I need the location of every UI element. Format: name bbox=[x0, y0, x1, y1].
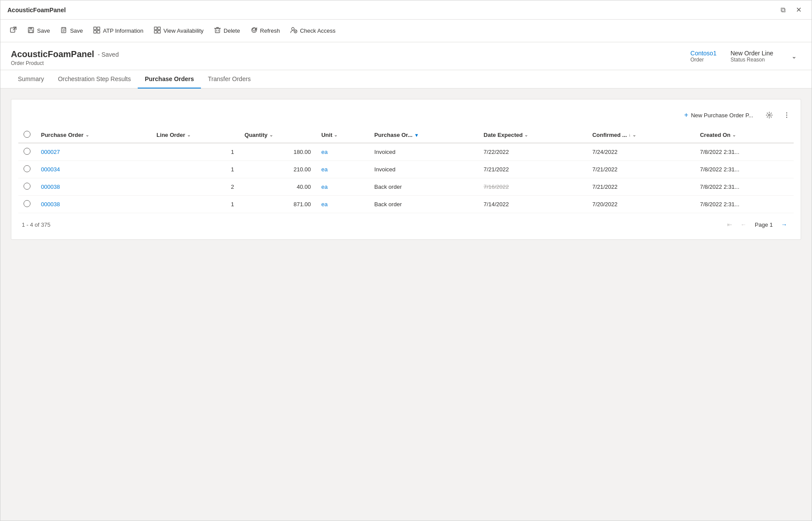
row-checkbox-cell[interactable] bbox=[18, 178, 36, 196]
prev-page-button[interactable]: ← bbox=[737, 218, 750, 231]
unit-cell: ea bbox=[316, 178, 369, 196]
tab-transfer-orders[interactable]: Transfer Orders bbox=[201, 70, 258, 89]
record-title: AcousticFoamPanel bbox=[11, 49, 94, 59]
col-confirmed[interactable]: Confirmed ... ↓ ⌄ bbox=[587, 127, 695, 143]
grid-toolbar: + New Purchase Order P... bbox=[18, 106, 794, 127]
check-access-button[interactable]: Check Access bbox=[286, 24, 340, 37]
purchase-order-cell[interactable]: 000038 bbox=[36, 178, 151, 196]
tab-orchestration[interactable]: Orchestration Step Results bbox=[51, 70, 138, 89]
svg-rect-8 bbox=[97, 31, 100, 33]
purchase-order-link[interactable]: 000034 bbox=[41, 166, 60, 173]
atp-info-label: ATP Information bbox=[103, 27, 143, 34]
purchase-order-cell[interactable]: 000027 bbox=[36, 143, 151, 161]
date-expected-sort-icon: ⌄ bbox=[524, 133, 528, 137]
purchase-order-link[interactable]: 000038 bbox=[41, 184, 60, 190]
table-row: 0000381871.00eaBack order7/14/20227/20/2… bbox=[18, 196, 794, 213]
col-created-on[interactable]: Created On ⌄ bbox=[695, 127, 794, 143]
quantity-cell: 180.00 bbox=[239, 143, 316, 161]
row-select-checkbox[interactable] bbox=[24, 200, 31, 207]
open-external-button[interactable] bbox=[6, 24, 21, 37]
row-select-checkbox[interactable] bbox=[24, 183, 31, 190]
svg-rect-11 bbox=[154, 31, 157, 33]
record-title-section: AcousticFoamPanel - Saved Order Product bbox=[11, 49, 119, 66]
purchase-order-sort-icon: ⌄ bbox=[85, 133, 89, 137]
col-unit[interactable]: Unit ⌄ bbox=[316, 127, 369, 143]
date-expected-cell: 7/16/2022 bbox=[479, 178, 587, 196]
confirmed-sort-icon2: ⌄ bbox=[632, 133, 636, 137]
plus-icon: + bbox=[684, 111, 688, 119]
content-area: + New Purchase Order P... bbox=[0, 89, 812, 521]
atp-info-button[interactable]: ATP Information bbox=[89, 24, 148, 37]
tab-purchase-orders[interactable]: Purchase Orders bbox=[138, 70, 201, 89]
unit-link[interactable]: ea bbox=[321, 184, 327, 190]
select-all-checkbox[interactable] bbox=[24, 131, 31, 138]
svg-rect-5 bbox=[94, 27, 96, 30]
open-external-icon bbox=[10, 27, 17, 35]
next-page-button[interactable]: → bbox=[778, 218, 790, 231]
created-on-sort-icon: ⌄ bbox=[732, 133, 736, 137]
svg-rect-13 bbox=[215, 28, 220, 33]
line-order-sort-icon: ⌄ bbox=[187, 133, 190, 137]
save-close-label: Save bbox=[70, 27, 83, 34]
purchase-order-status-cell: Back order bbox=[369, 196, 479, 213]
close-button[interactable]: ✕ bbox=[792, 4, 805, 16]
delete-label: Delete bbox=[224, 27, 240, 34]
svg-point-14 bbox=[292, 27, 294, 30]
created-on-cell: 7/8/2022 2:31... bbox=[695, 178, 794, 196]
delete-button[interactable]: Delete bbox=[210, 24, 245, 37]
quantity-cell: 210.00 bbox=[239, 161, 316, 178]
save-close-icon bbox=[61, 27, 68, 35]
first-page-button[interactable]: ⇤ bbox=[724, 218, 736, 231]
toolbar: Save Save ATP Information bbox=[0, 20, 812, 42]
date-expected-strikethrough: 7/16/2022 bbox=[484, 184, 509, 190]
svg-rect-2 bbox=[29, 27, 32, 29]
row-checkbox-cell[interactable] bbox=[18, 196, 36, 213]
confirmed-cell: 7/21/2022 bbox=[587, 161, 695, 178]
record-header: AcousticFoamPanel - Saved Order Product … bbox=[0, 42, 812, 70]
order-value[interactable]: Contoso1 bbox=[690, 50, 717, 57]
row-select-checkbox[interactable] bbox=[24, 165, 31, 172]
col-line-order[interactable]: Line Order ⌄ bbox=[151, 127, 239, 143]
view-availability-button[interactable]: View Availability bbox=[149, 24, 208, 37]
col-purchase-order-status[interactable]: Purchase Or... ▼ bbox=[369, 127, 479, 143]
purchase-order-link[interactable]: 000027 bbox=[41, 149, 60, 155]
title-bar-controls: ⧉ ✕ bbox=[777, 4, 805, 16]
svg-rect-7 bbox=[94, 31, 96, 33]
save-close-button[interactable]: Save bbox=[56, 24, 88, 37]
svg-rect-12 bbox=[158, 31, 160, 33]
grid-more-button[interactable] bbox=[780, 108, 794, 122]
delete-icon bbox=[214, 27, 221, 35]
purchase-order-link[interactable]: 000038 bbox=[41, 201, 60, 208]
unit-link[interactable]: ea bbox=[321, 201, 327, 208]
table-header: Purchase Order ⌄ Line Order ⌄ bbox=[18, 127, 794, 143]
svg-point-19 bbox=[786, 117, 787, 118]
tab-summary[interactable]: Summary bbox=[11, 70, 51, 89]
created-on-cell: 7/8/2022 2:31... bbox=[695, 143, 794, 161]
svg-point-17 bbox=[786, 112, 787, 113]
meta-chevron-button[interactable]: ⌄ bbox=[787, 49, 801, 63]
view-availability-label: View Availability bbox=[163, 27, 204, 34]
row-select-checkbox[interactable] bbox=[24, 148, 31, 155]
col-date-expected[interactable]: Date Expected ⌄ bbox=[479, 127, 587, 143]
grid-settings-button[interactable] bbox=[762, 108, 776, 122]
table-row: 0000341210.00eaInvoiced7/21/20227/21/202… bbox=[18, 161, 794, 178]
unit-cell: ea bbox=[316, 196, 369, 213]
row-checkbox-cell[interactable] bbox=[18, 161, 36, 178]
maximize-button[interactable]: ⧉ bbox=[777, 4, 789, 16]
col-quantity[interactable]: Quantity ⌄ bbox=[239, 127, 316, 143]
refresh-button[interactable]: Refresh bbox=[246, 24, 285, 37]
confirmed-cell: 7/21/2022 bbox=[587, 178, 695, 196]
pagination-info: 1 - 4 of 375 bbox=[22, 221, 51, 228]
date-expected-cell: 7/21/2022 bbox=[479, 161, 587, 178]
svg-point-16 bbox=[768, 114, 770, 116]
col-purchase-order[interactable]: Purchase Order ⌄ bbox=[36, 127, 151, 143]
unit-link[interactable]: ea bbox=[321, 149, 327, 155]
purchase-order-cell[interactable]: 000038 bbox=[36, 196, 151, 213]
new-purchase-order-button[interactable]: + New Purchase Order P... bbox=[679, 108, 759, 122]
purchase-order-cell[interactable]: 000034 bbox=[36, 161, 151, 178]
unit-link[interactable]: ea bbox=[321, 166, 327, 173]
save-button[interactable]: Save bbox=[23, 24, 54, 37]
purchase-order-status-cell: Back order bbox=[369, 178, 479, 196]
row-checkbox-cell[interactable] bbox=[18, 143, 36, 161]
date-expected-cell: 7/14/2022 bbox=[479, 196, 587, 213]
